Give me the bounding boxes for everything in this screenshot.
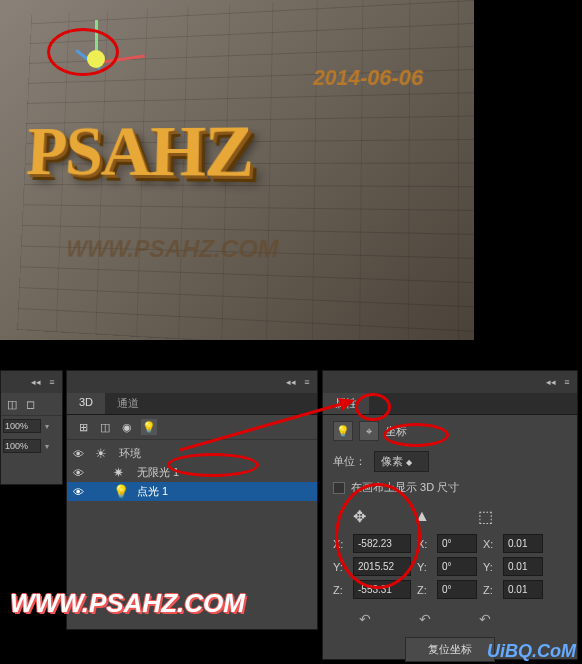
menu-icon[interactable]: ≡ [301, 377, 313, 387]
mesh-filter-icon[interactable]: ◫ [97, 419, 113, 435]
tree-label: 点光 1 [137, 484, 168, 499]
ry-label: Y: [417, 561, 431, 573]
tree-point-light[interactable]: 👁 💡 点光 1 [67, 482, 317, 501]
filter-tools: ⊞ ◫ ◉ 💡 [67, 415, 317, 440]
environment-icon: ☀ [95, 446, 111, 461]
show-3d-row: 在画布上显示 3D 尺寸 [333, 480, 567, 495]
url-shadow-text: WWW.PSAHZ.COM [66, 235, 279, 264]
watermark-main: WWW.PSAHZ.COM [10, 588, 245, 619]
reset-rot-icon[interactable]: ↶ [419, 611, 431, 627]
y-rot-input[interactable] [437, 557, 477, 576]
scene-filter-icon[interactable]: ⊞ [75, 419, 91, 435]
z-scale-input[interactable] [503, 580, 543, 599]
visibility-icon[interactable]: 👁 [73, 467, 87, 479]
y-label: Y: [333, 561, 347, 573]
panel-header: ◂◂ ≡ [323, 371, 577, 393]
tab-3d[interactable]: 3D [67, 393, 105, 414]
annotation-circle [47, 28, 119, 76]
collapse-icon[interactable]: ◂◂ [545, 377, 557, 387]
date-text: 2014-06-06 [314, 65, 424, 92]
menu-icon[interactable]: ≡ [561, 377, 573, 387]
dropdown-icon[interactable]: ▾ [45, 442, 49, 451]
y-scale-input[interactable] [503, 557, 543, 576]
rz-label: Z: [417, 584, 431, 596]
coords-mode-icon[interactable]: ⌖ [359, 421, 379, 441]
opacity-input-1[interactable] [3, 419, 41, 433]
sy-label: Y: [483, 561, 497, 573]
z-rot-input[interactable] [437, 580, 477, 599]
reset-row: ↶ ↶ ↶ [333, 609, 567, 629]
unit-dropdown[interactable]: 像素 ◆ [374, 451, 429, 472]
move-icon[interactable]: ✥ [353, 507, 366, 526]
panel-header: ◂◂ ≡ [1, 371, 62, 393]
properties-body: 💡 ⌖ 坐标 单位： 像素 ◆ 在画布上显示 3D 尺寸 ✥ ▲ ⬚ X: X:… [323, 415, 577, 664]
rotate-icon[interactable]: ▲ [414, 507, 430, 526]
material-filter-icon[interactable]: ◉ [119, 419, 135, 435]
watermark-secondary: UiBQ.CoM [487, 641, 576, 662]
reset-scale-icon[interactable]: ↶ [479, 611, 491, 627]
tab-row: 3D 通道 [67, 393, 317, 415]
rx-label: X: [417, 538, 431, 550]
unit-row: 单位： 像素 ◆ [333, 451, 567, 472]
main-3d-text: PSAHZ [25, 109, 253, 195]
reset-pos-icon[interactable]: ↶ [359, 611, 371, 627]
collapse-icon[interactable]: ◂◂ [285, 377, 297, 387]
x-pos-input[interactable] [353, 534, 411, 553]
tab-properties[interactable]: 属性 [323, 393, 369, 414]
coords-grid: X: X: X: Y: Y: Y: Z: Z: Z: [333, 534, 567, 599]
visibility-icon[interactable]: 👁 [73, 486, 87, 498]
prop-mode-row: 💡 ⌖ 坐标 [333, 421, 567, 441]
show-3d-checkbox[interactable] [333, 482, 345, 494]
crop-icon[interactable]: ◫ [4, 396, 20, 412]
opacity-row-2: ▾ [1, 436, 62, 456]
light-mode-icon[interactable]: 💡 [333, 421, 353, 441]
scene-tree: 👁 ☀ 环境 👁 ✷ 无限光 1 👁 💡 点光 1 [67, 440, 317, 505]
opacity-input-2[interactable] [3, 439, 41, 453]
properties-panel: ◂◂ ≡ 属性 💡 ⌖ 坐标 单位： 像素 ◆ 在画布上显示 3D 尺寸 ✥ ▲… [322, 370, 578, 660]
x-label: X: [333, 538, 347, 550]
reset-coords-button[interactable]: 复位坐标 [405, 637, 495, 662]
visibility-icon[interactable]: 👁 [73, 448, 87, 460]
sz-label: Z: [483, 584, 497, 596]
tab-channels[interactable]: 通道 [105, 393, 151, 414]
3d-gizmo[interactable] [55, 20, 135, 100]
tab-row: 属性 [323, 393, 577, 415]
infinite-light-icon: ✷ [113, 465, 129, 480]
tree-label: 无限光 1 [137, 465, 179, 480]
dropdown-icon[interactable]: ▾ [45, 422, 49, 431]
unit-label: 单位： [333, 454, 366, 469]
y-pos-input[interactable] [353, 557, 411, 576]
layers-mini-panel: ◂◂ ≡ ◫ ◻ ▾ ▾ [0, 370, 63, 485]
tree-environment[interactable]: 👁 ☀ 环境 [67, 444, 317, 463]
tree-label: 环境 [119, 446, 141, 461]
canvas-preview: 2014-06-06 PSAHZ WWW.PSAHZ.COM [0, 0, 474, 340]
z-pos-input[interactable] [353, 580, 411, 599]
tree-infinite-light[interactable]: 👁 ✷ 无限光 1 [67, 463, 317, 482]
coords-label: 坐标 [385, 424, 407, 439]
collapse-icon[interactable]: ◂◂ [30, 377, 42, 387]
x-scale-input[interactable] [503, 534, 543, 553]
light-filter-icon[interactable]: 💡 [141, 419, 157, 435]
menu-icon[interactable]: ≡ [46, 377, 58, 387]
x-rot-input[interactable] [437, 534, 477, 553]
sx-label: X: [483, 538, 497, 550]
scale-icon[interactable]: ⬚ [478, 507, 493, 526]
panel-header: ◂◂ ≡ [67, 371, 317, 393]
point-light-icon: 💡 [113, 484, 129, 499]
show-3d-label: 在画布上显示 3D 尺寸 [351, 480, 459, 495]
tool-row: ◫ ◻ [1, 393, 62, 416]
frame-icon[interactable]: ◻ [22, 396, 38, 412]
transform-mode-row: ✥ ▲ ⬚ [333, 505, 567, 528]
opacity-row-1: ▾ [1, 416, 62, 436]
z-label: Z: [333, 584, 347, 596]
